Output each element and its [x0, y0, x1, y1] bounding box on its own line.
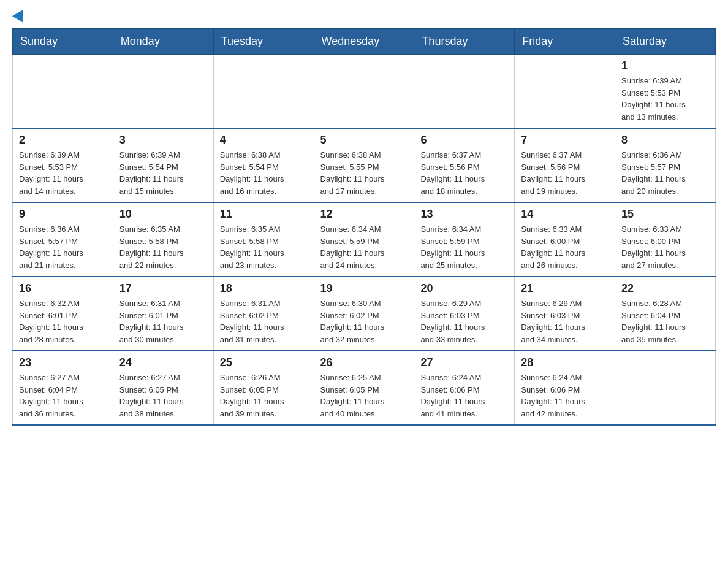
day-number: 5 — [320, 134, 408, 147]
day-info: Sunrise: 6:24 AM Sunset: 6:06 PM Dayligh… — [521, 372, 609, 419]
calendar-cell: 7Sunrise: 6:37 AM Sunset: 5:56 PM Daylig… — [515, 128, 615, 202]
day-number: 21 — [521, 282, 609, 295]
calendar-cell — [515, 55, 615, 129]
day-info: Sunrise: 6:39 AM Sunset: 5:53 PM Dayligh… — [19, 149, 107, 197]
calendar-cell: 26Sunrise: 6:25 AM Sunset: 6:05 PM Dayli… — [314, 351, 414, 425]
day-number: 6 — [420, 134, 508, 147]
day-number: 13 — [420, 208, 508, 221]
day-info: Sunrise: 6:37 AM Sunset: 5:56 PM Dayligh… — [521, 149, 609, 197]
day-info: Sunrise: 6:28 AM Sunset: 6:04 PM Dayligh… — [621, 297, 709, 345]
day-number: 25 — [220, 356, 308, 369]
day-info: Sunrise: 6:24 AM Sunset: 6:06 PM Dayligh… — [420, 372, 508, 419]
calendar-cell: 18Sunrise: 6:31 AM Sunset: 6:02 PM Dayli… — [213, 277, 314, 351]
day-info: Sunrise: 6:27 AM Sunset: 6:04 PM Dayligh… — [19, 372, 107, 419]
day-info: Sunrise: 6:26 AM Sunset: 6:05 PM Dayligh… — [220, 372, 308, 419]
calendar-cell: 17Sunrise: 6:31 AM Sunset: 6:01 PM Dayli… — [113, 277, 213, 351]
calendar-cell: 15Sunrise: 6:33 AM Sunset: 6:00 PM Dayli… — [615, 202, 716, 277]
day-info: Sunrise: 6:31 AM Sunset: 6:01 PM Dayligh… — [119, 297, 207, 345]
day-number: 28 — [521, 356, 609, 369]
day-info: Sunrise: 6:35 AM Sunset: 5:58 PM Dayligh… — [220, 223, 308, 271]
calendar-cell — [13, 55, 113, 129]
day-info: Sunrise: 6:35 AM Sunset: 5:58 PM Dayligh… — [119, 223, 207, 271]
calendar-cell: 20Sunrise: 6:29 AM Sunset: 6:03 PM Dayli… — [414, 277, 515, 351]
calendar-cell — [213, 55, 314, 129]
day-info: Sunrise: 6:31 AM Sunset: 6:02 PM Dayligh… — [220, 297, 308, 345]
calendar-cell: 11Sunrise: 6:35 AM Sunset: 5:58 PM Dayli… — [213, 202, 314, 277]
day-info: Sunrise: 6:29 AM Sunset: 6:03 PM Dayligh… — [420, 297, 508, 345]
day-number: 26 — [320, 356, 408, 369]
day-info: Sunrise: 6:29 AM Sunset: 6:03 PM Dayligh… — [521, 297, 609, 345]
day-number: 9 — [19, 208, 107, 221]
calendar-cell: 23Sunrise: 6:27 AM Sunset: 6:04 PM Dayli… — [13, 351, 113, 425]
day-info: Sunrise: 6:34 AM Sunset: 5:59 PM Dayligh… — [320, 223, 408, 271]
day-number: 17 — [119, 282, 207, 295]
calendar-cell: 16Sunrise: 6:32 AM Sunset: 6:01 PM Dayli… — [13, 277, 113, 351]
day-number: 14 — [521, 208, 609, 221]
calendar-header-row: SundayMondayTuesdayWednesdayThursdayFrid… — [13, 29, 716, 55]
day-number: 7 — [521, 134, 609, 147]
calendar-cell: 6Sunrise: 6:37 AM Sunset: 5:56 PM Daylig… — [414, 128, 515, 202]
day-number: 11 — [220, 208, 308, 221]
day-info: Sunrise: 6:34 AM Sunset: 5:59 PM Dayligh… — [420, 223, 508, 271]
day-info: Sunrise: 6:33 AM Sunset: 6:00 PM Dayligh… — [621, 223, 709, 271]
calendar-cell: 25Sunrise: 6:26 AM Sunset: 6:05 PM Dayli… — [213, 351, 314, 425]
calendar-cell: 8Sunrise: 6:36 AM Sunset: 5:57 PM Daylig… — [615, 128, 716, 202]
calendar-cell: 5Sunrise: 6:38 AM Sunset: 5:55 PM Daylig… — [314, 128, 414, 202]
day-number: 2 — [19, 134, 107, 147]
day-info: Sunrise: 6:38 AM Sunset: 5:55 PM Dayligh… — [320, 149, 408, 197]
day-info: Sunrise: 6:39 AM Sunset: 5:54 PM Dayligh… — [119, 149, 207, 197]
day-header-monday: Monday — [113, 29, 213, 55]
day-info: Sunrise: 6:33 AM Sunset: 6:00 PM Dayligh… — [521, 223, 609, 271]
day-info: Sunrise: 6:30 AM Sunset: 6:02 PM Dayligh… — [320, 297, 408, 345]
day-number: 27 — [420, 356, 508, 369]
day-header-saturday: Saturday — [615, 29, 716, 55]
calendar-week-row: 23Sunrise: 6:27 AM Sunset: 6:04 PM Dayli… — [13, 351, 716, 425]
calendar-cell: 14Sunrise: 6:33 AM Sunset: 6:00 PM Dayli… — [515, 202, 615, 277]
calendar-week-row: 16Sunrise: 6:32 AM Sunset: 6:01 PM Dayli… — [13, 277, 716, 351]
day-info: Sunrise: 6:27 AM Sunset: 6:05 PM Dayligh… — [119, 372, 207, 419]
day-header-sunday: Sunday — [13, 29, 113, 55]
day-info: Sunrise: 6:32 AM Sunset: 6:01 PM Dayligh… — [19, 297, 107, 345]
calendar-cell: 2Sunrise: 6:39 AM Sunset: 5:53 PM Daylig… — [13, 128, 113, 202]
calendar-cell: 10Sunrise: 6:35 AM Sunset: 5:58 PM Dayli… — [113, 202, 213, 277]
calendar-week-row: 2Sunrise: 6:39 AM Sunset: 5:53 PM Daylig… — [13, 128, 716, 202]
day-info: Sunrise: 6:37 AM Sunset: 5:56 PM Dayligh… — [420, 149, 508, 197]
day-header-tuesday: Tuesday — [213, 29, 314, 55]
calendar-cell — [615, 351, 716, 425]
day-info: Sunrise: 6:36 AM Sunset: 5:57 PM Dayligh… — [621, 149, 709, 197]
calendar-cell: 4Sunrise: 6:38 AM Sunset: 5:54 PM Daylig… — [213, 128, 314, 202]
day-header-friday: Friday — [515, 29, 615, 55]
calendar-cell: 12Sunrise: 6:34 AM Sunset: 5:59 PM Dayli… — [314, 202, 414, 277]
day-number: 10 — [119, 208, 207, 221]
day-number: 24 — [119, 356, 207, 369]
logo-triangle-icon — [12, 10, 28, 26]
calendar-cell: 22Sunrise: 6:28 AM Sunset: 6:04 PM Dayli… — [615, 277, 716, 351]
calendar-cell: 28Sunrise: 6:24 AM Sunset: 6:06 PM Dayli… — [515, 351, 615, 425]
day-number: 4 — [220, 134, 308, 147]
calendar-cell: 9Sunrise: 6:36 AM Sunset: 5:57 PM Daylig… — [13, 202, 113, 277]
day-number: 22 — [621, 282, 709, 295]
calendar-table: SundayMondayTuesdayWednesdayThursdayFrid… — [12, 28, 716, 426]
day-number: 3 — [119, 134, 207, 147]
calendar-cell — [314, 55, 414, 129]
day-number: 20 — [420, 282, 508, 295]
calendar-cell — [414, 55, 515, 129]
calendar-cell: 1Sunrise: 6:39 AM Sunset: 5:53 PM Daylig… — [615, 55, 716, 129]
day-number: 12 — [320, 208, 408, 221]
day-number: 16 — [19, 282, 107, 295]
day-number: 15 — [621, 208, 709, 221]
calendar-cell: 13Sunrise: 6:34 AM Sunset: 5:59 PM Dayli… — [414, 202, 515, 277]
day-number: 23 — [19, 356, 107, 369]
calendar-cell: 19Sunrise: 6:30 AM Sunset: 6:02 PM Dayli… — [314, 277, 414, 351]
calendar-week-row: 9Sunrise: 6:36 AM Sunset: 5:57 PM Daylig… — [13, 202, 716, 277]
day-number: 1 — [621, 59, 709, 72]
calendar-cell: 27Sunrise: 6:24 AM Sunset: 6:06 PM Dayli… — [414, 351, 515, 425]
day-header-thursday: Thursday — [414, 29, 515, 55]
day-info: Sunrise: 6:36 AM Sunset: 5:57 PM Dayligh… — [19, 223, 107, 271]
calendar-cell — [113, 55, 213, 129]
page-header — [12, 12, 716, 22]
day-header-wednesday: Wednesday — [314, 29, 414, 55]
calendar-cell: 21Sunrise: 6:29 AM Sunset: 6:03 PM Dayli… — [515, 277, 615, 351]
calendar-cell: 24Sunrise: 6:27 AM Sunset: 6:05 PM Dayli… — [113, 351, 213, 425]
calendar-cell: 3Sunrise: 6:39 AM Sunset: 5:54 PM Daylig… — [113, 128, 213, 202]
